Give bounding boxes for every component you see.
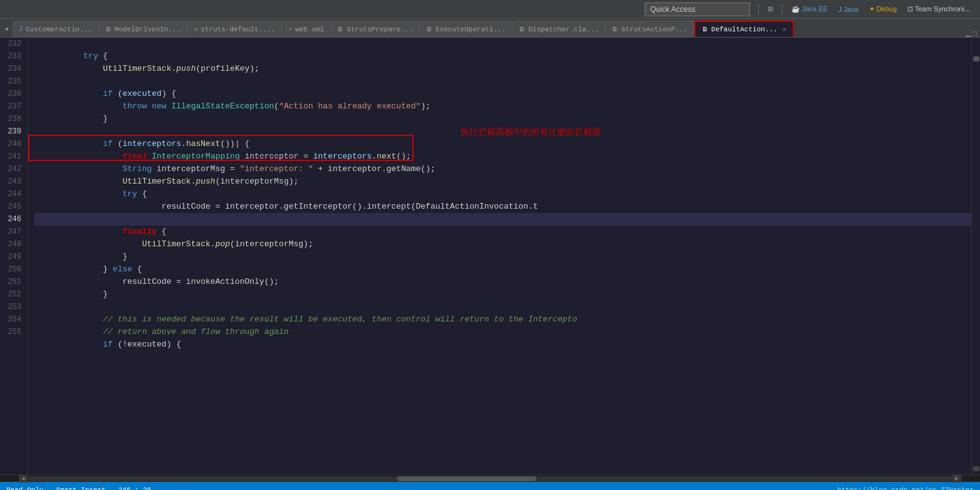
debug-button[interactable]: ✦ Debug bbox=[865, 4, 900, 14]
ln-242: 242 bbox=[3, 163, 21, 175]
status-read-only: Read-Only bbox=[6, 486, 43, 491]
tab-struts-default[interactable]: ✕ struts-default.... bbox=[187, 21, 282, 37]
tab-label: ModelDrivenIn... bbox=[115, 26, 181, 33]
tab-model-driven[interactable]: 🗎 ModelDrivenIn... bbox=[99, 21, 188, 37]
tab-icon-3: ✕ bbox=[194, 26, 197, 33]
ln-233: 233 bbox=[3, 50, 21, 63]
code-line-235: if (executed) { bbox=[34, 75, 971, 88]
ln-238: 238 bbox=[3, 113, 21, 125]
status-position: 246 : 26 bbox=[118, 486, 152, 491]
ln-243: 243 bbox=[3, 175, 21, 188]
scroll-thumb-top bbox=[973, 56, 979, 61]
status-bar: Read-Only Smart Insert 246 : 26 https://… bbox=[0, 482, 980, 490]
code-line-252 bbox=[34, 288, 971, 301]
tab-label: DefaultAction... bbox=[711, 26, 778, 33]
vertical-scrollbar[interactable] bbox=[971, 38, 980, 474]
ln-254: 254 bbox=[3, 313, 21, 326]
tab-label: StrutsActionP... bbox=[621, 26, 687, 33]
code-line-243: try { bbox=[34, 175, 971, 188]
ln-249: 249 bbox=[3, 251, 21, 263]
quick-access-input[interactable] bbox=[645, 3, 750, 16]
code-line-247: UtilTimerStack.pop(interceptorMsg); bbox=[34, 226, 971, 238]
code-line-250: resultCode = invokeActionOnly(); bbox=[34, 263, 971, 276]
code-line-254: // return above and flow through again bbox=[34, 313, 971, 326]
horizontal-scrollbar[interactable]: ◀ ▶ bbox=[0, 474, 980, 482]
toolbar-separator-1 bbox=[758, 4, 759, 15]
code-line-239: if (interceptors.hasNext())| { 执行拦截器栈中的所… bbox=[34, 125, 971, 138]
code-line-233: UtilTimerStack.push(profileKey); bbox=[34, 50, 971, 63]
minimize-button[interactable]: ▁ bbox=[966, 29, 971, 37]
editor-area: 232 233 234 235 236 237 238 239 240 241 … bbox=[0, 38, 980, 474]
code-line-251: } bbox=[34, 276, 971, 288]
tab-default-action[interactable]: 🗎 DefaultAction... ✕ bbox=[694, 21, 794, 37]
ln-234: 234 bbox=[3, 63, 21, 75]
scroll-track bbox=[972, 61, 980, 466]
ln-250: 250 bbox=[3, 263, 21, 276]
ln-236: 236 bbox=[3, 88, 21, 100]
ln-240: 240 bbox=[3, 138, 21, 150]
ln-252: 252 bbox=[3, 288, 21, 301]
tab-icon-7: 🗎 bbox=[519, 26, 525, 33]
code-line-238 bbox=[34, 113, 971, 125]
code-line-253: // this is needed because the result wil… bbox=[34, 301, 971, 313]
tab-icon-8: 🗎 bbox=[612, 26, 618, 33]
tab-label: struts-default.... bbox=[201, 26, 275, 33]
maximize-button[interactable]: □ bbox=[972, 29, 977, 37]
status-url[interactable]: https://blog.csdn.net/or_ZZHacker bbox=[837, 486, 974, 491]
ln-247: 247 bbox=[3, 226, 21, 238]
tab-web-xml[interactable]: ✕ web.xml bbox=[282, 21, 331, 37]
top-toolbar: ⊞ ☕ Java EE J Java ✦ Debug ⊡ Team Synchr… bbox=[0, 0, 980, 19]
code-line-249: } else { bbox=[34, 251, 971, 263]
code-line-255: if (!executed) { bbox=[34, 326, 971, 338]
ln-235: 235 bbox=[3, 75, 21, 88]
code-line-236: throw new IllegalStateException("Action … bbox=[34, 88, 971, 100]
code-line-242: UtilTimerStack.push(interceptorMsg); bbox=[34, 163, 971, 175]
ln-232: 232 bbox=[3, 38, 21, 50]
tab-close-button[interactable]: ✕ bbox=[783, 26, 786, 33]
h-scroll-thumb bbox=[397, 476, 536, 481]
code-editor[interactable]: try { UtilTimerStack.push(profileKey); i… bbox=[28, 38, 971, 474]
ln-248: 248 bbox=[3, 238, 21, 251]
h-scroll-track[interactable] bbox=[28, 476, 952, 481]
tab-icon-5: 🗎 bbox=[337, 26, 343, 33]
code-line-237: } bbox=[34, 100, 971, 113]
ln-241: 241 bbox=[3, 150, 21, 163]
code-line-240: final InterceptorMapping interceptor = i… bbox=[34, 138, 971, 150]
code-line-234 bbox=[34, 63, 971, 75]
code-line-245: } bbox=[34, 201, 971, 213]
h-scroll-left[interactable]: ◀ bbox=[19, 475, 28, 482]
scroll-thumb-bottom bbox=[973, 466, 979, 471]
ln-255: 255 bbox=[3, 326, 21, 338]
status-insert-mode: Smart Insert bbox=[56, 486, 105, 491]
tab-execute-operati[interactable]: 🗎 ExecuteOperati... bbox=[420, 21, 513, 37]
tab-icon-java: J bbox=[19, 26, 23, 33]
tab-icon-9: 🗎 bbox=[702, 26, 708, 33]
toolbar-separator-2 bbox=[782, 4, 783, 15]
tab-icon-4: ✕ bbox=[288, 26, 292, 33]
code-line-244: resultCode = interceptor.getInterceptor(… bbox=[34, 188, 971, 201]
tab-customer-action[interactable]: J CustomerActio... bbox=[13, 21, 99, 37]
ln-244: 244 bbox=[3, 188, 21, 201]
java-ee-button[interactable]: ☕ Java EE bbox=[788, 4, 831, 14]
tab-struts-action-p[interactable]: 🗎 StrutsActionP... bbox=[605, 21, 694, 37]
code-line-248: } bbox=[34, 238, 971, 251]
editor-tab-bar: ◀ J CustomerActio... 🗎 ModelDrivenIn... … bbox=[0, 19, 980, 38]
tab-struts-prepare[interactable]: 🗎 StrutsPrepare... bbox=[331, 21, 420, 37]
perspectives-icon[interactable]: ⊞ bbox=[764, 4, 777, 14]
code-line-246: finally { bbox=[34, 213, 971, 226]
ln-239: 239 bbox=[3, 125, 21, 138]
tab-dispatcher[interactable]: 🗎 Dispatcher.cla... bbox=[513, 21, 605, 37]
ln-251: 251 bbox=[3, 276, 21, 288]
tab-label: CustomerActio... bbox=[26, 26, 92, 33]
h-scroll-right[interactable]: ▶ bbox=[952, 475, 961, 482]
team-sync-button[interactable]: ⊡ Team Synchroni... bbox=[904, 4, 974, 14]
tab-label: ExecuteOperati... bbox=[435, 26, 506, 33]
ln-245: 245 bbox=[3, 201, 21, 213]
tab-bar-left-icon[interactable]: ◀ bbox=[0, 21, 13, 37]
annotation-239: 执行拦截器栈中的所有注册的拦截器 bbox=[461, 125, 601, 138]
line-numbers: 232 233 234 235 236 237 238 239 240 241 … bbox=[0, 38, 28, 474]
ln-237: 237 bbox=[3, 100, 21, 113]
tab-label: Dispatcher.cla... bbox=[528, 26, 598, 33]
java-button[interactable]: J Java bbox=[835, 4, 862, 14]
tab-icon-2: 🗎 bbox=[105, 26, 112, 33]
